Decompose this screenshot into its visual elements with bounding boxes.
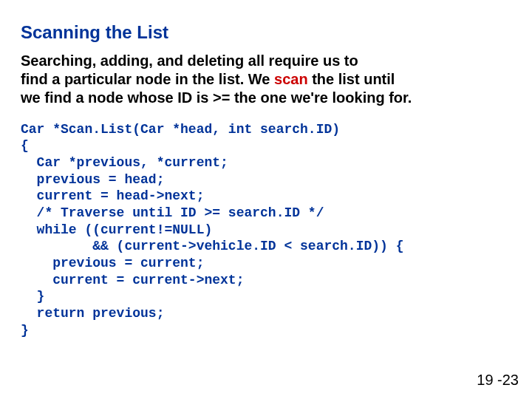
code-line-2: { [21,138,29,153]
code-line-3: Car *previous, *current; [21,155,228,170]
page-number: 19 -23 [477,372,519,389]
body-paragraph: Searching, adding, and deleting all requ… [21,52,511,108]
body-line-3: we find a node whose ID is >= the one we… [21,89,412,106]
code-line-8: && (current->vehicle.ID < search.ID)) { [21,239,403,253]
code-line-10: current = current->next; [21,273,244,287]
body-line-2b: the list until [308,71,395,87]
body-line-2a: find a particular node in the list. We [21,71,274,87]
scan-keyword: scan [274,71,308,87]
code-line-9: previous = current; [21,256,204,270]
code-line-6: /* Traverse until ID >= search.ID */ [21,205,324,220]
code-block: Car *Scan.List(Car *head, int search.ID)… [21,121,511,339]
code-line-11: } [21,289,44,304]
code-line-13: } [21,323,29,338]
code-line-4: previous = head; [21,172,164,187]
code-line-1: Car *Scan.List(Car *head, int search.ID) [21,122,340,137]
slide-title: Scanning the List [21,22,511,43]
body-line-1: Searching, adding, and deleting all requ… [21,52,358,69]
slide: Scanning the List Searching, adding, and… [0,0,532,399]
code-line-12: return previous; [21,306,164,321]
code-line-5: current = head->next; [21,188,204,203]
code-line-7: while ((current!=NULL) [21,222,220,237]
